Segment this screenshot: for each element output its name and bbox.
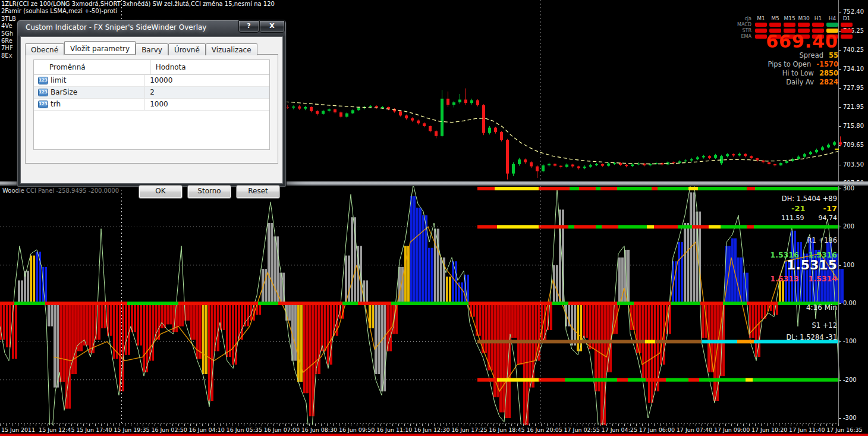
matrix-header-cja: cja (730, 16, 754, 21)
param-value[interactable]: 2 (144, 87, 269, 98)
time-label: 17 Jun 11:40 (789, 426, 825, 433)
signal-cell (769, 23, 781, 27)
param-value[interactable]: 1000 (144, 99, 269, 110)
zero-line (0, 302, 839, 305)
close-button[interactable]: X (259, 20, 285, 33)
stat-value: 55 (829, 51, 838, 59)
matrix-header-row: cjaM1M5M15M30H1H4D1 (730, 15, 854, 21)
current-price: 669.40 (766, 31, 838, 52)
window-bottom-strip (0, 434, 868, 436)
time-label: 16 Jun 04:10 (189, 426, 225, 433)
cci-subvalue-1: 111.59 (781, 214, 804, 222)
bar-timer: 4:16 Min (806, 303, 837, 312)
dialog-tabs: ObecnéVložit parametryBarvyÚrovněVizuali… (25, 41, 257, 54)
cci-panel-title: Woodie CCI Panel -258.9495 -200.0000 (2, 187, 119, 194)
time-label: 16 Jun 09:50 (339, 426, 375, 433)
time-label: 17 Jun 07:40 (677, 426, 712, 433)
tab-obecne[interactable]: Obecné (25, 43, 64, 55)
time-label: 16 Jun 18:45 (489, 426, 524, 433)
tab-content-panel: Proměnná Hodnota 123limit 10000 123BarSi… (25, 54, 278, 164)
param-row-trh[interactable]: 123trh 1000 (34, 99, 269, 111)
time-tick-comb (0, 424, 839, 426)
stat-row-3: Daily Av2824 (786, 78, 838, 86)
time-label: 16 Jun 11:10 (376, 426, 412, 433)
time-label: 17 Jun 02:55 (564, 426, 600, 433)
param-value[interactable]: 10000 (144, 75, 269, 86)
numeric-type-icon: 123 (39, 77, 48, 84)
chart-note-line: 5Gh (1, 30, 13, 37)
stat-value: -1570 (816, 60, 838, 68)
time-label: 17 Jun 16:35 (826, 426, 862, 433)
daily-high-label: DH: 1.5404 +89 (782, 195, 837, 203)
ok-button[interactable]: OK (139, 185, 183, 199)
quote-low-row: 1.5313 1.5314 (770, 274, 838, 283)
tab-urovne[interactable]: Úrovně (168, 43, 206, 55)
cci-subvalue-2: 94.74 (819, 214, 838, 222)
time-label: 16 Jun 08:30 (301, 426, 337, 433)
dialog-client-area: ObecnéVložit parametryBarvyÚrovněVizuali… (20, 36, 283, 184)
matrix-header-M15: M15 (782, 15, 797, 21)
numeric-type-icon: 123 (39, 101, 48, 108)
time-label: 16 Jun 12:30 (414, 426, 449, 433)
cci-value-1: -21 (791, 204, 806, 213)
param-row-barsize[interactable]: 123BarSize 2 (34, 87, 269, 99)
chart-note-line: 4Ve (1, 23, 12, 29)
candles (286, 89, 842, 180)
trading-app-window: 752.40746.25740.25734.10727.95721.95715.… (0, 0, 868, 436)
ma-line (285, 102, 839, 164)
stat-row-1: Pips to Open-1570 (768, 60, 838, 68)
tab-barvy[interactable]: Barvy (136, 43, 168, 55)
numeric-type-icon: 123 (39, 89, 48, 96)
stat-label: Spread (799, 51, 823, 59)
cancel-button[interactable]: Storno (187, 185, 231, 199)
matrix-row-label: STR (730, 28, 754, 33)
matrix-header-M5: M5 (768, 15, 782, 21)
matrix-header-M1: M1 (754, 15, 768, 21)
chart-note-line: 7HF (1, 45, 13, 51)
chart-note-line: 3TLB (1, 15, 16, 22)
matrix-header-D1: D1 (839, 15, 854, 21)
signal-cell (826, 23, 838, 27)
cci-subvalues-row: 111.59 94.74 (760, 214, 837, 222)
chart-note-line: 2Famir (souhlas LSMA,mezi +-50)-proti (1, 8, 117, 14)
time-label: 15 Jun 12:45 (39, 426, 74, 433)
tab-vizualizace[interactable]: Vizualizace (206, 43, 257, 55)
time-label: 16 Jun 17:25 (451, 426, 487, 433)
parameters-table-header: Proměnná Hodnota (34, 60, 269, 75)
help-button[interactable]: ? (238, 20, 259, 33)
time-label: 16 Jun 07:00 (264, 426, 300, 433)
param-name: limit (51, 75, 66, 86)
signal-cell (755, 23, 767, 27)
signal-cell (755, 29, 767, 33)
signal-cell (812, 23, 824, 27)
time-label: 16 Jun 20:05 (526, 426, 562, 433)
column-variable: Proměnná (34, 60, 150, 74)
time-label: 17 Jun 04:25 (602, 426, 637, 433)
time-label: 17 Jun 09:00 (714, 426, 750, 433)
parameters-table: Proměnná Hodnota 123limit 10000 123BarSi… (33, 59, 270, 150)
matrix-row-macd: MACD (730, 21, 854, 27)
woodie-cci-chart[interactable] (0, 186, 868, 425)
stat-row-0: Spread55 (799, 51, 838, 59)
cci-values-row: -21 -17 (760, 204, 837, 213)
stat-value: 2824 (819, 78, 838, 86)
param-row-limit[interactable]: 123limit 10000 (34, 75, 269, 87)
signal-cell (784, 23, 795, 27)
tab-vlozit-parametry[interactable]: Vložit parametry (64, 41, 136, 54)
indicator-properties-dialog: Custom Indicator - FX Sniper's SideWinde… (17, 20, 287, 187)
chart-note-line: 1ZLR(CCI ze 100(LONG 3xmodrá,SHORT 3xhně… (1, 1, 275, 7)
time-label: 17 Jun 06:00 (639, 426, 675, 433)
chart-note-line: 6Re (1, 37, 12, 44)
param-name: trh (51, 99, 61, 110)
matrix-row-label: EMA (730, 34, 754, 39)
time-label: 17 Jun 10:20 (751, 426, 787, 433)
time-label: 16 Jun 02:50 (151, 426, 187, 433)
stat-row-2: Hi to Low2850 (782, 69, 838, 77)
quote-big: 1.5315 (787, 258, 837, 272)
matrix-header-M30: M30 (797, 15, 811, 21)
reset-button[interactable]: Reset (236, 185, 280, 199)
quote-low-1: 1.5313 (770, 274, 799, 283)
price-marker (835, 149, 839, 150)
time-label: 15 Jun 19:35 (114, 426, 149, 433)
cci-value-2: -17 (823, 204, 838, 213)
